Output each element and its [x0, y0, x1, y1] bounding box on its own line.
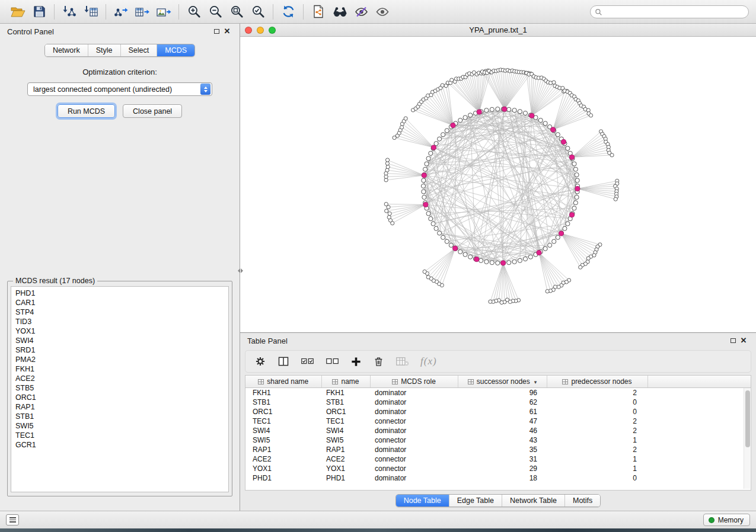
mcds-dominator-node[interactable]	[569, 155, 574, 159]
network-node[interactable]	[426, 156, 430, 161]
network-node[interactable]	[563, 226, 567, 230]
mcds-dominator-node[interactable]	[502, 107, 507, 111]
mcds-result-item[interactable]: SRD1	[15, 345, 224, 355]
network-node[interactable]	[528, 255, 532, 259]
tab-motifs[interactable]: Motifs	[564, 495, 600, 507]
zoom-out-button[interactable]	[205, 2, 226, 21]
column-header-shared-name[interactable]: shared name	[245, 376, 321, 387]
network-window-titlebar[interactable]: YPA_prune.txt_1	[240, 24, 756, 37]
save-session-button[interactable]	[28, 2, 50, 21]
network-node[interactable]	[575, 195, 579, 199]
table-settings-button[interactable]	[254, 355, 266, 367]
table-row[interactable]: ORC1ORC1dominator610	[245, 407, 751, 416]
zoom-in-button[interactable]	[183, 2, 205, 21]
zoom-selected-button[interactable]	[247, 2, 269, 21]
mcds-result-list[interactable]: PHD1CAR1STP4TID3YOX1SWI4SRD1PMA2FKH1ACE2…	[11, 286, 229, 492]
network-node[interactable]	[543, 121, 547, 126]
network-node[interactable]	[445, 129, 449, 133]
network-node[interactable]	[385, 162, 389, 165]
tab-edge-table[interactable]: Edge Table	[449, 495, 502, 507]
network-node[interactable]	[421, 184, 425, 188]
network-node[interactable]	[489, 300, 492, 303]
network-node[interactable]	[422, 195, 426, 199]
network-node[interactable]	[586, 257, 590, 260]
network-node[interactable]	[445, 239, 449, 243]
mcds-dominator-node[interactable]	[423, 202, 428, 207]
network-node[interactable]	[385, 158, 389, 162]
mcds-dominator-node[interactable]	[477, 110, 481, 114]
network-node[interactable]	[463, 252, 467, 257]
mcds-dominator-node[interactable]	[559, 231, 563, 236]
network-node[interactable]	[490, 261, 494, 265]
network-node[interactable]	[468, 113, 473, 117]
tab-mcds[interactable]: MCDS	[157, 44, 194, 56]
network-node[interactable]	[484, 259, 489, 264]
network-node[interactable]	[518, 110, 522, 114]
table-row[interactable]: STB1STB1dominator620	[245, 398, 751, 407]
network-node[interactable]	[434, 142, 438, 146]
table-scrollbar-thumb[interactable]	[745, 390, 750, 447]
tab-node-table[interactable]: Node Table	[396, 495, 449, 507]
close-table-panel-button[interactable]: ✕	[738, 336, 749, 345]
network-node[interactable]	[484, 108, 489, 113]
refresh-view-button[interactable]	[277, 2, 299, 21]
mcds-result-item[interactable]: TEC1	[15, 431, 224, 440]
float-panel-button[interactable]	[211, 27, 222, 36]
show-details-button[interactable]	[372, 2, 393, 21]
tab-network[interactable]: Network	[45, 44, 88, 56]
minimize-window-icon[interactable]	[257, 27, 264, 34]
delete-column-button[interactable]	[373, 355, 384, 367]
network-node[interactable]	[423, 167, 428, 171]
table-row[interactable]: RAP1RAP1dominator352	[245, 445, 751, 454]
network-node[interactable]	[543, 246, 547, 251]
network-node[interactable]	[523, 257, 527, 261]
mcds-result-item[interactable]: STB1	[15, 412, 224, 421]
network-node[interactable]	[538, 118, 543, 122]
network-node[interactable]	[610, 153, 614, 157]
search-network-button[interactable]	[329, 2, 350, 21]
close-window-icon[interactable]	[245, 27, 252, 34]
export-table-button[interactable]	[132, 2, 153, 21]
close-panel-action-button[interactable]: Close panel	[123, 104, 182, 118]
open-file-button[interactable]	[7, 2, 28, 21]
maximize-window-icon[interactable]	[269, 27, 276, 34]
memory-button[interactable]: Memory	[703, 514, 750, 526]
table-row[interactable]: SWI5SWI5connector431	[245, 435, 751, 445]
mcds-result-item[interactable]: STB5	[15, 383, 224, 393]
network-canvas[interactable]	[240, 37, 755, 332]
network-node[interactable]	[512, 108, 516, 113]
network-node[interactable]	[479, 258, 483, 262]
mcds-result-item[interactable]: PHD1	[15, 289, 224, 298]
table-row[interactable]: TEC1TEC1connector472	[245, 416, 751, 426]
mcds-dominator-node[interactable]	[451, 123, 455, 127]
mcds-result-item[interactable]: STP4	[15, 307, 224, 317]
mcds-result-item[interactable]: YOX1	[15, 326, 224, 336]
network-node[interactable]	[388, 211, 391, 215]
mcds-dominator-node[interactable]	[561, 139, 566, 144]
network-node[interactable]	[546, 290, 549, 293]
network-node[interactable]	[423, 270, 426, 273]
table-row[interactable]: PHD1PHD1dominator180	[245, 473, 751, 483]
search-input[interactable]	[590, 5, 749, 18]
table-row[interactable]: YOX1YOX1connector291	[245, 464, 751, 473]
column-header-MCDS-role[interactable]: MCDS role	[370, 376, 458, 387]
tab-style[interactable]: Style	[88, 44, 120, 56]
network-node[interactable]	[579, 265, 582, 269]
table-scrollbar[interactable]	[744, 388, 750, 489]
tab-select[interactable]: Select	[120, 44, 157, 56]
mcds-result-item[interactable]: CAR1	[15, 298, 224, 307]
add-column-button[interactable]	[350, 356, 362, 367]
import-network-button[interactable]	[59, 2, 80, 21]
mcds-result-item[interactable]: ACE2	[15, 374, 224, 383]
mcds-dominator-node[interactable]	[529, 113, 534, 118]
network-node[interactable]	[556, 133, 560, 137]
network-node[interactable]	[458, 249, 462, 254]
network-node[interactable]	[490, 107, 494, 111]
network-node[interactable]	[438, 137, 442, 141]
network-node[interactable]	[548, 243, 552, 247]
network-node[interactable]	[441, 235, 445, 239]
network-node[interactable]	[572, 206, 576, 210]
network-node[interactable]	[557, 285, 560, 289]
network-node[interactable]	[385, 209, 388, 213]
mcds-result-item[interactable]: FKH1	[15, 364, 224, 374]
